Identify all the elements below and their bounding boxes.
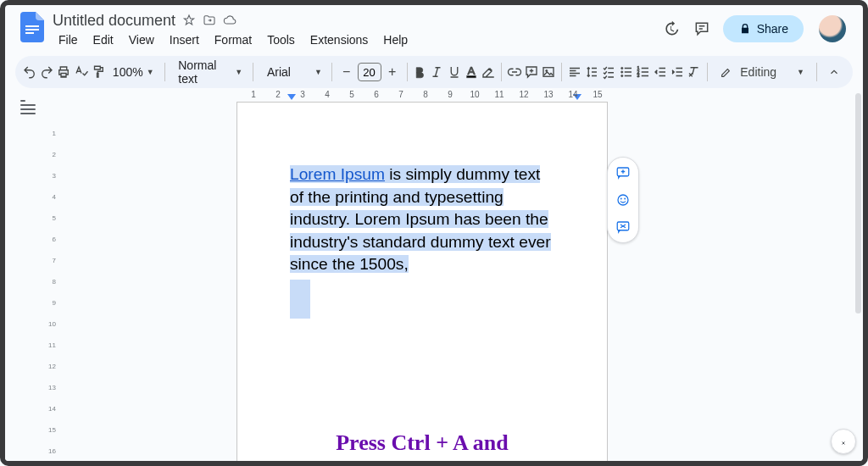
ruler-number: 13 (543, 90, 553, 99)
underline-button[interactable] (447, 60, 462, 84)
ruler-number: 10 (470, 90, 479, 99)
ruler-number: 14 (568, 90, 577, 99)
menu-bar: File Edit View Insert Format Tools Exten… (53, 31, 414, 49)
share-label: Share (757, 22, 788, 36)
redo-button[interactable] (39, 60, 54, 84)
menu-edit[interactable]: Edit (87, 31, 120, 49)
collapse-toolbar-button[interactable] (822, 60, 846, 84)
document-title[interactable]: Untitled document (53, 12, 175, 30)
clear-format-button[interactable] (687, 60, 702, 84)
insert-link-button[interactable] (507, 60, 522, 84)
numbered-list-button[interactable]: 123 (636, 60, 651, 84)
document-text[interactable]: Lorem Ipsum is simply dummy text of the … (290, 164, 554, 325)
highlight-button[interactable] (481, 60, 496, 84)
toolbar: 100%▼ Normal text▼ Arial▼ − 20 + 123 (15, 56, 853, 88)
horizontal-ruler[interactable]: 123456789101112131415 (236, 90, 626, 102)
svg-rect-0 (25, 25, 39, 27)
font-family-select[interactable]: Arial▼ (259, 65, 326, 79)
ruler-number: 11 (494, 90, 504, 99)
selection-marker (290, 280, 310, 319)
explore-button[interactable] (831, 429, 856, 454)
print-button[interactable] (56, 60, 71, 84)
ruler-number: 7 (398, 90, 403, 99)
add-emoji-icon[interactable] (615, 191, 632, 208)
menu-tools[interactable]: Tools (261, 31, 301, 49)
ruler-number: 8 (423, 90, 428, 99)
docs-logo[interactable] (17, 12, 47, 42)
pencil-icon (720, 65, 733, 79)
svg-rect-2 (25, 32, 34, 34)
add-comment-icon[interactable] (615, 164, 632, 181)
insert-comment-button[interactable] (524, 60, 539, 84)
comments-icon[interactable] (693, 19, 711, 38)
scrollbar[interactable] (854, 90, 863, 461)
paragraph-style-select[interactable]: Normal text▼ (170, 58, 248, 86)
indent-increase-button[interactable] (670, 60, 685, 84)
bold-button[interactable] (412, 60, 427, 84)
spellcheck-button[interactable] (74, 60, 89, 84)
bullet-list-button[interactable] (618, 60, 633, 84)
text-color-button[interactable] (464, 60, 479, 84)
font-size-input[interactable]: 20 (358, 63, 381, 81)
indent-decrease-button[interactable] (653, 60, 668, 84)
svg-point-7 (620, 71, 622, 73)
ruler-number: 1 (251, 90, 256, 99)
document-outline-button[interactable] (20, 100, 37, 112)
italic-button[interactable] (429, 60, 444, 84)
menu-format[interactable]: Format (209, 31, 258, 49)
cloud-status-icon[interactable] (223, 14, 236, 27)
insert-image-button[interactable] (541, 60, 556, 84)
font-size-increase[interactable]: + (383, 63, 402, 81)
suggest-edits-icon[interactable] (615, 219, 632, 236)
comment-toolbar (607, 157, 639, 243)
editing-mode-select[interactable]: Editing ▼ (713, 65, 811, 79)
move-folder-icon[interactable] (203, 14, 216, 27)
menu-view[interactable]: View (123, 31, 160, 49)
share-button[interactable]: Share (723, 15, 804, 42)
svg-rect-3 (467, 76, 476, 78)
menu-help[interactable]: Help (377, 31, 414, 49)
svg-point-8 (620, 75, 622, 76)
document-page[interactable]: Lorem Ipsum is simply dummy text of the … (236, 102, 608, 466)
align-button[interactable] (567, 60, 582, 84)
menu-insert[interactable]: Insert (164, 31, 205, 49)
svg-point-14 (620, 198, 621, 199)
svg-point-15 (625, 198, 626, 199)
star-icon[interactable] (182, 14, 196, 27)
checklist-button[interactable] (601, 60, 616, 84)
paint-format-button[interactable] (91, 60, 106, 84)
ruler-number: 15 (593, 90, 602, 99)
ruler-number: 6 (374, 90, 379, 99)
svg-rect-1 (25, 29, 39, 31)
ruler-number: 3 (300, 90, 305, 99)
undo-button[interactable] (22, 60, 37, 84)
svg-rect-4 (543, 68, 554, 77)
menu-extensions[interactable]: Extensions (304, 31, 374, 49)
hyperlink[interactable]: Lorem Ipsum (290, 165, 385, 183)
svg-point-13 (618, 195, 628, 205)
lock-icon (738, 22, 752, 36)
vertical-ruler[interactable]: 12345678910111213141516 (47, 102, 56, 461)
ruler-number: 2 (275, 90, 281, 99)
ruler-number: 12 (519, 90, 528, 99)
history-icon[interactable] (662, 19, 681, 38)
ruler-number: 9 (448, 90, 453, 99)
ruler-number: 5 (349, 90, 354, 99)
menu-file[interactable]: File (53, 31, 84, 49)
font-size-decrease[interactable]: − (337, 63, 356, 81)
line-spacing-button[interactable] (584, 60, 599, 84)
left-indent-marker[interactable] (287, 94, 296, 100)
svg-text:3: 3 (637, 73, 639, 78)
avatar[interactable] (819, 15, 846, 42)
svg-point-6 (620, 67, 622, 69)
ruler-number: 4 (325, 90, 330, 99)
zoom-select[interactable]: 100%▼ (108, 65, 159, 79)
instruction-annotation: Press Ctrl + A and then Ctrl + C (290, 426, 554, 466)
